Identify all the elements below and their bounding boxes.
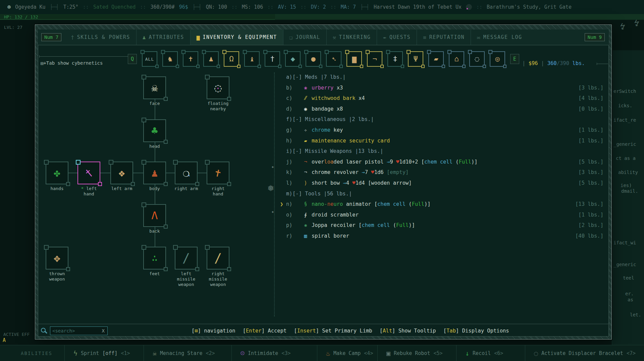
category-label: [-] Missile Weapons |13 lbs.| [292,146,383,157]
player-name: Ogeyeda Ku [15,4,45,10]
filter-amphora-icon[interactable]: Ω [224,51,239,67]
item-weight: [1 lbs.] [578,210,603,221]
slot-back[interactable]: Λ [143,204,166,227]
inventory-item-row[interactable]: c)⁄⁄witchwood bark x4[4 lbs.] [279,93,607,104]
tab-quests[interactable]: ✒QUESTS [377,29,417,45]
inventory-item-row[interactable]: j)¬overloaded laser pistol →9 ♥1d10+2 [c… [279,157,607,168]
inventory-item-row[interactable]: g)✧chrome key[1 lbs.] [279,125,607,136]
inventory-item-row[interactable]: ❯n)§nano-neuro animator [chem cell (Full… [279,199,607,210]
filter-all[interactable]: ALL [142,51,157,67]
ability-recoil[interactable]: ↓Recoil<6> [456,345,525,361]
filter-gem-icon[interactable]: ◆ [285,51,301,67]
filter-corpse-icon[interactable]: ♞ [162,51,178,67]
borer-icon: ▥ [301,231,310,242]
inventory-category-row[interactable]: a)[-] Meds |7 lbs.| [279,72,607,83]
inventory-category-row[interactable]: m)[-] Tools |56 lbs.| [279,189,607,199]
filter-jacket-icon[interactable]: ⌂ [449,51,464,67]
inventory-item-row[interactable]: k)¬chrome revolver →7 ♥1d6 [empty][3 lbs… [279,167,607,178]
cybernetics-hint: ▤+Tab show cybernetics [41,60,103,66]
inventory-item-row[interactable]: l))short bow →4 ♥1d4 [wooden arrow][5 lb… [279,178,607,189]
slot-left-missile-weapon[interactable]: ∕ [175,247,198,269]
money: 96$ [179,4,188,10]
slot-right-hand[interactable]: ✝ [207,162,229,184]
filter-chest-icon[interactable]: ▆ [346,51,362,67]
toolbox-icon: ⚒ [333,34,336,41]
creature-icon: ♝ [250,55,254,63]
item-letter: p) [286,220,292,231]
tab-reputation[interactable]: ≡REPUTATION [417,29,471,45]
key-hints: [⊞] navigation[Enter] Accept[Insert] Set… [192,326,509,336]
slot-feet[interactable]: ∴ [143,247,166,269]
diamond-ornament-icon: ◆ [272,210,274,214]
ability-sprint[interactable]: ϟSprint[off]<1> [64,345,144,361]
down-arrow-icon: ↓ [465,350,469,357]
inventory-category-row[interactable]: i)[-] Missile Weapons |13 lbs.| [279,146,607,157]
slot-thrown-weapon[interactable]: ✥ [46,247,68,269]
slot-label-right-hand: righthand [200,186,236,197]
filter-card-icon[interactable]: ▰ [428,51,444,67]
clear-search-button[interactable]: X [99,328,107,334]
slot-left-arm[interactable]: ❖ [110,162,133,184]
item-name: droid scrambler [312,210,359,221]
inventory-item-row[interactable]: b)❀urberry x3[3 lbs.] [279,83,607,94]
scowl-icon: ☹ [240,350,245,357]
tab-message-log[interactable]: ✉MESSAGE LOG [471,29,528,45]
slot-right-arm[interactable]: ❍• [175,162,198,184]
key-hint: [Alt] Show Tooltip [380,326,436,336]
item-letter: f) [286,114,292,125]
item-name: bandage x8 [312,104,343,115]
filter-ring-icon[interactable]: ◌ [469,51,485,67]
tab-journal[interactable]: ❏JOURNAL [283,29,326,45]
filter-pistol-icon[interactable]: ¬ [367,51,382,67]
slot-label-left-arm: left arm [103,186,140,191]
inventory-item-row[interactable]: o)∮droid scrambler[1 lbs.] [279,210,607,221]
slot-left-hand[interactable]: † [77,162,100,184]
inventory-item-row[interactable]: d)◉bandage x8[0 lbs.] [279,104,607,115]
ability-activate-displacer-bracelet[interactable]: ◌Activate Displacer Bracelet<7> [525,345,644,361]
slot-face[interactable]: ☠ [143,76,166,99]
background-text-fragment: _generic [613,262,636,267]
inventory-item-row[interactable]: p)✺Joppa recoiler [chem cell (Full)][2 l… [279,220,607,231]
divider-line [39,56,132,57]
item-weight: [3 lbs.] [578,167,603,178]
filter-torch-icon[interactable]: ✝ [183,51,198,67]
item-letter: m) [286,189,292,199]
item-name: short bow →4 ♥1d4 [wooden arrow] [312,178,412,189]
ability-intimidate[interactable]: ☹Intimidate<3> [231,345,317,361]
ability-make-camp[interactable]: ♨Make Camp<4> [317,345,377,361]
ability-name: Sprint [81,350,99,356]
filter-blade-icon[interactable]: † [265,51,280,67]
ability-hotkey: <7> [627,350,636,356]
filter-needle-icon[interactable]: ➴ [326,51,341,67]
inventory-category-row[interactable]: f)[-] Miscellaneous |2 lbs.| [279,114,607,125]
cybernetics-hint-label: +Tab show cybernetics [43,60,103,66]
divider: ├─┤ [360,4,369,10]
inventory-item-row[interactable]: h)▰maintenance security card[1 lbs.] [279,136,607,146]
tab-skills-powers[interactable]: †SKILLS & POWERS [65,29,136,45]
tab-label: ATTRIBUTES [149,34,184,40]
category-label: [-] Tools |56 lbs.| [292,189,352,199]
slot-floating-nearby[interactable]: ◌✦ [207,76,229,99]
tab-attributes[interactable]: ♟ATTRIBUTES [136,29,190,45]
slot-hands[interactable]: ✤ [46,162,68,184]
stats: QN: 100::MS: 106::AV: 15::DV: 2::MA: 7 [206,4,356,10]
backpack-icon: ▆ [197,34,200,41]
filter-creature-icon[interactable]: ♝ [244,51,260,67]
filter-sword-icon[interactable]: ‡ [387,51,403,67]
tab-tinkering[interactable]: ⚒TINKERING [326,29,377,45]
ability-menacing-stare[interactable]: ☠Menacing Stare<2> [144,345,231,361]
category-label: [-] Meds |7 lbs.| [292,72,346,83]
filter-coil-icon[interactable]: ◎ [490,51,505,67]
slot-body[interactable]: ♟ [143,162,166,184]
ability-rebuke-robot[interactable]: ▣Rebuke Robot<5> [377,345,456,361]
search-input[interactable] [50,328,99,334]
slot-head[interactable]: ♣ [143,119,166,142]
weight-unit: lbs. [569,60,585,66]
slot-right-missile-weapon[interactable]: ∕ [207,247,229,269]
filter-hookah-icon[interactable]: Ψ [408,51,423,67]
filter-orb-icon[interactable]: ● [306,51,321,67]
hunger-thirst-status: Sated Quenched [93,4,136,10]
filter-figurine-icon[interactable]: ♟ [203,51,219,67]
tab-inventory-equipment[interactable]: ▆INVENTORY & EQUIPMENT [190,29,283,45]
inventory-item-row[interactable]: r)▥spiral borer[40 lbs.] [279,231,607,242]
